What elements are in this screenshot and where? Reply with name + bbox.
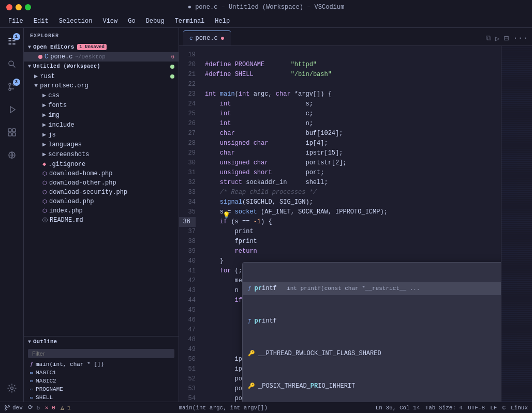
sidebar-item-download[interactable]: ⬡ download.php — [24, 197, 179, 206]
sidebar-item-parrotsec[interactable]: ▼ parrotsec.org — [24, 81, 179, 90]
sidebar-item-fonts[interactable]: ▶ fonts — [24, 100, 179, 110]
svg-point-13 — [5, 405, 7, 407]
menu-view[interactable]: View — [98, 17, 122, 26]
tab-bar: c pone.c ● ⧉ ▷ ⊟ ··· — [179, 28, 532, 46]
split-editor-button[interactable]: ⧉ — [486, 34, 491, 42]
sidebar-item-download-home[interactable]: ⬡ download-home.php — [24, 169, 179, 178]
sidebar-item-readme[interactable]: ⓘ README.md — [24, 216, 179, 225]
c-icon: c — [189, 35, 193, 41]
encoding[interactable]: UTF-8 — [468, 405, 485, 411]
status-right: Ln 36, Col 14 Tab Size: 4 UTF-8 LF C Lin… — [376, 405, 528, 411]
sidebar-item-gitignore[interactable]: ◆ .gitignore — [24, 159, 179, 169]
outline-item-main[interactable]: ƒ main(int, char * []) — [24, 360, 179, 369]
workspace-section[interactable]: ▼ Untitled (Workspace) — [24, 62, 179, 71]
svg-rect-8 — [8, 133, 11, 136]
code-action-lightbulb[interactable]: 💡 — [223, 211, 230, 221]
svg-point-2 — [9, 83, 11, 85]
sidebar-item-languages[interactable]: ▶ languages — [24, 140, 179, 149]
file-tree: ▶ rust ▼ parrotsec.org ▶ css ▶ fonts ▶ i… — [24, 71, 179, 336]
menu-selection[interactable]: Selection — [55, 17, 97, 26]
outline-item-magic1[interactable]: ▭ MAGIC1 — [24, 369, 179, 377]
extensions-activity-icon[interactable] — [3, 123, 21, 142]
source-control-activity-icon[interactable]: 3 — [3, 78, 21, 96]
outline-item-progname[interactable]: ▭ PROGNAME — [24, 385, 179, 393]
tab-size[interactable]: Tab Size: 4 — [425, 405, 463, 411]
constant-icon-2: ▭ — [30, 378, 33, 384]
constant-icon-4: ▭ — [30, 394, 33, 401]
warning-count[interactable]: △ 1 — [61, 404, 71, 411]
play-button[interactable]: ▷ — [495, 34, 499, 43]
minimize-button[interactable] — [16, 4, 22, 10]
line-numbers: 1920212223 2425262728 2930313233 3435363… — [179, 46, 201, 402]
error-count[interactable]: ✕ 0 — [45, 404, 55, 411]
sidebar-item-css[interactable]: ▶ css — [24, 90, 179, 100]
autocomplete-item-pthread-rwlock[interactable]: 🔑 __PTHREAD_RWLOCK_INT_FLAGS_SHARED — [243, 347, 501, 360]
sidebar-item-include[interactable]: ▶ include — [24, 120, 179, 130]
sidebar-item-rust[interactable]: ▶ rust — [24, 71, 179, 81]
menu-debug[interactable]: Debug — [142, 17, 169, 26]
menu-terminal[interactable]: Terminal — [171, 17, 209, 26]
minimap-content — [501, 46, 532, 402]
autocomplete-item-posix-thread-prio1[interactable]: 🔑 _POSIX_THREAD_PRIO_INHERIT — [243, 380, 501, 393]
tab-close-button[interactable]: ● — [220, 34, 225, 42]
svg-rect-7 — [12, 129, 16, 132]
more-actions-button[interactable]: ··· — [513, 34, 528, 43]
layout-button[interactable]: ⊟ — [504, 33, 509, 43]
window-controls[interactable] — [6, 4, 31, 10]
svg-rect-9 — [12, 133, 16, 136]
function-ac-icon: ƒ — [248, 284, 252, 294]
sync-status[interactable]: ⟳ 5 — [28, 404, 40, 411]
constant-icon: ▭ — [30, 370, 33, 376]
outline-item-magic2[interactable]: ▭ MAGIC2 — [24, 377, 179, 385]
function-icon: ƒ — [30, 362, 33, 368]
settings-activity-icon[interactable] — [3, 379, 21, 397]
menu-help[interactable]: Help — [211, 17, 234, 26]
git-branch[interactable]: dev — [4, 405, 23, 411]
outline-header[interactable]: ▼ Outline — [24, 336, 179, 347]
workspace-dot — [170, 65, 174, 69]
platform[interactable]: Linux — [511, 405, 528, 411]
activity-bar: ☷ 1 3 — [0, 28, 24, 402]
debug-activity-icon[interactable] — [3, 100, 21, 119]
remote-activity-icon[interactable] — [3, 146, 21, 164]
code-editor: 1920212223 2425262728 2930313233 3435363… — [179, 46, 532, 402]
svg-rect-6 — [8, 129, 11, 132]
key-ac-icon: 🔑 — [248, 349, 255, 359]
autocomplete-popup[interactable]: ƒ printf int printf(const char *__restri… — [242, 262, 501, 402]
maximize-button[interactable] — [25, 4, 31, 10]
svg-point-15 — [8, 405, 10, 407]
menu-edit[interactable]: Edit — [29, 17, 53, 26]
svg-point-14 — [5, 408, 7, 410]
outline-section: ▼ Outline ƒ main(int, char * []) ▭ MAGIC… — [24, 336, 179, 402]
sidebar-header: Explorer — [24, 28, 179, 42]
close-button[interactable] — [6, 4, 12, 10]
main-layout: ☷ 1 3 — [0, 28, 532, 402]
svg-point-12 — [10, 387, 13, 390]
sidebar-item-js[interactable]: ▶ js — [24, 130, 179, 140]
autocomplete-item-printf1[interactable]: ƒ printf int printf(const char *__restri… — [243, 282, 501, 295]
unsaved-badge: 1 Unsaved — [77, 44, 107, 50]
menu-file[interactable]: File — [4, 17, 27, 26]
sidebar-item-screenshots[interactable]: ▶ screenshots — [24, 149, 179, 159]
c-file-icon: C — [45, 53, 48, 60]
outline-item-shell[interactable]: ▭ SHELL — [24, 393, 179, 402]
autocomplete-item-printf2[interactable]: ƒ printf — [243, 315, 501, 328]
explorer-activity-icon[interactable]: ☷ 1 — [3, 32, 21, 51]
constant-icon-3: ▭ — [30, 386, 33, 392]
sidebar-item-download-other[interactable]: ⬡ download-other.php — [24, 178, 179, 188]
code-content[interactable]: #define PROGNAME "httpd" #define SHELL "… — [201, 46, 501, 402]
sidebar-item-download-security[interactable]: ⬡ download-security.php — [24, 188, 179, 197]
svg-line-1 — [13, 65, 15, 67]
sidebar-item-index[interactable]: ⬡ index.php — [24, 206, 179, 216]
cursor-position[interactable]: Ln 36, Col 14 — [376, 405, 420, 411]
search-activity-icon[interactable] — [3, 55, 21, 73]
open-editors-section[interactable]: ▼ Open Editors 1 Unsaved — [24, 42, 179, 52]
sidebar-item-img[interactable]: ▶ img — [24, 110, 179, 120]
tab-pone-c[interactable]: c pone.c ● — [183, 30, 231, 45]
outline-filter-input[interactable] — [28, 349, 174, 358]
line-ending[interactable]: LF — [490, 405, 497, 411]
menu-go[interactable]: Go — [124, 17, 139, 26]
open-file-pone-c[interactable]: C pone.c ~/Desktop 6 — [24, 52, 179, 62]
file-badge: 6 — [171, 54, 174, 60]
language-mode[interactable]: C — [502, 405, 506, 411]
